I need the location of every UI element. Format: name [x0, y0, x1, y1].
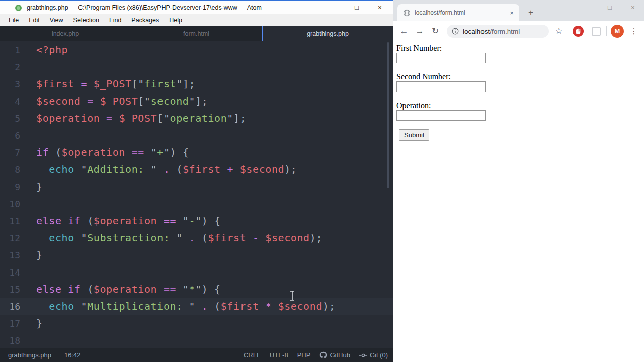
- line-number: 18: [0, 335, 20, 346]
- code-text: else if ($operation == "-") {: [20, 215, 221, 227]
- code-line-12[interactable]: 12 echo "Substraction: " . ($first - $se…: [0, 229, 393, 246]
- code-text: }: [20, 180, 43, 193]
- line-number: 12: [0, 233, 20, 243]
- line-number: 16: [0, 301, 20, 312]
- line-number: 3: [0, 79, 20, 89]
- status-encoding[interactable]: UTF-8: [270, 351, 288, 359]
- submit-button[interactable]: Submit: [399, 129, 429, 141]
- code-text: else if ($operation == "*") {: [20, 283, 221, 295]
- browser-menu-icon[interactable]: ⋮: [628, 21, 640, 41]
- code-line-14[interactable]: 14: [0, 263, 393, 281]
- code-text: $operation = $_POST["operation"];: [20, 112, 246, 124]
- form-label-operation: Operation:: [396, 101, 431, 110]
- minimize-icon[interactable]: —: [327, 1, 341, 14]
- second-number-input[interactable]: [396, 81, 486, 92]
- code-line-11[interactable]: 11else if ($operation == "-") {: [0, 212, 393, 229]
- browser-tab[interactable]: localhost/form.html ×: [397, 4, 519, 21]
- code-text: echo "Multiplication: " . ($first * $sec…: [20, 300, 335, 312]
- code-editor[interactable]: 1<?php23$first = $_POST["first"];4$secon…: [0, 41, 393, 348]
- menu-edit[interactable]: Edit: [24, 14, 45, 26]
- bookmark-star-icon[interactable]: ☆: [552, 21, 566, 41]
- editor-tabbar: index.phpform.htmlgrabthings.php: [0, 26, 393, 41]
- page-info-icon[interactable]: [452, 28, 459, 35]
- operation-input[interactable]: [396, 110, 486, 121]
- code-line-1[interactable]: 1<?php: [0, 41, 393, 58]
- code-line-13[interactable]: 13}: [0, 246, 393, 263]
- window-title: grabthings.php — C:\Program Files (x86)\…: [27, 4, 262, 11]
- code-line-3[interactable]: 3$first = $_POST["first"];: [0, 75, 393, 93]
- code-line-2[interactable]: 2: [0, 58, 393, 75]
- code-text: }: [20, 249, 43, 261]
- menu-view[interactable]: View: [45, 14, 68, 26]
- line-number: 4: [0, 96, 20, 107]
- git-commit-icon: [359, 353, 367, 358]
- atom-menubar: FileEditViewSelectionFindPackagesHelp: [0, 14, 393, 26]
- url-text[interactable]: localhost/form.html: [463, 28, 520, 35]
- code-line-10[interactable]: 10: [0, 195, 393, 212]
- status-language[interactable]: PHP: [297, 351, 311, 359]
- code-text: echo "Addition: " . ($first + $second);: [20, 163, 297, 175]
- menu-help[interactable]: Help: [164, 14, 187, 26]
- menu-selection[interactable]: Selection: [68, 14, 104, 26]
- code-line-4[interactable]: 4$second = $_POST["second"];: [0, 93, 393, 110]
- code-line-8[interactable]: 8 echo "Addition: " . ($first + $second)…: [0, 161, 393, 178]
- code-line-9[interactable]: 9}: [0, 178, 393, 195]
- globe-favicon-icon: [403, 9, 411, 17]
- browser-minimize-icon[interactable]: —: [580, 0, 594, 15]
- code-text: $second = $_POST["second"];: [20, 95, 208, 107]
- page-content: First Number: Second Number: Operation: …: [393, 41, 644, 362]
- code-line-17[interactable]: 17}: [0, 315, 393, 332]
- line-number: 2: [0, 62, 20, 72]
- status-filename[interactable]: grabthings.php: [8, 351, 51, 359]
- code-line-16[interactable]: 16 echo "Multiplication: " . ($first * $…: [0, 298, 393, 315]
- editor-scrollbar[interactable]: [387, 42, 389, 188]
- menu-packages[interactable]: Packages: [126, 14, 164, 26]
- editor-tab-index-php[interactable]: index.php: [0, 26, 131, 41]
- status-git[interactable]: Git (0): [359, 351, 388, 359]
- reload-button[interactable]: ↻: [428, 21, 443, 41]
- code-text: echo "Substraction: " . ($first - $secon…: [20, 232, 323, 244]
- browser-titlebar[interactable]: localhost/form.html × + — □ ×: [393, 0, 644, 21]
- browser-window: localhost/form.html × + — □ × ← → ↻ lo: [393, 0, 644, 362]
- tab-close-icon[interactable]: ×: [506, 9, 517, 17]
- code-line-18[interactable]: 18: [0, 332, 393, 348]
- screen: grabthings.php — C:\Program Files (x86)\…: [0, 0, 644, 362]
- browser-maximize-icon[interactable]: □: [603, 0, 617, 15]
- close-icon[interactable]: ×: [373, 1, 387, 14]
- code-line-15[interactable]: 15else if ($operation == "*") {: [0, 281, 393, 298]
- atom-titlebar[interactable]: grabthings.php — C:\Program Files (x86)\…: [0, 1, 393, 14]
- line-number: 9: [0, 182, 20, 192]
- forward-button[interactable]: →: [412, 21, 427, 41]
- browser-toolbar: ← → ↻ localhost/form.html ☆: [393, 21, 644, 41]
- status-cursor-position[interactable]: 16:42: [64, 351, 81, 359]
- status-github[interactable]: GitHub: [319, 351, 350, 359]
- status-line-ending[interactable]: CRLF: [244, 351, 261, 359]
- maximize-icon[interactable]: □: [350, 1, 364, 14]
- mouse-cursor-ibeam: [289, 290, 296, 301]
- back-button[interactable]: ←: [396, 21, 412, 41]
- line-number: 13: [0, 250, 20, 260]
- line-number: 14: [0, 267, 20, 278]
- code-line-6[interactable]: 6: [0, 127, 393, 144]
- code-line-7[interactable]: 7if ($operation == "+") {: [0, 144, 393, 161]
- line-number: 1: [0, 45, 20, 55]
- url-path: /form.html: [490, 28, 520, 35]
- code-text: $first = $_POST["first"];: [20, 78, 195, 90]
- editor-tab-grabthings-php[interactable]: grabthings.php: [262, 26, 393, 41]
- line-number: 6: [0, 130, 20, 141]
- menu-file[interactable]: File: [4, 14, 24, 26]
- code-line-5[interactable]: 5$operation = $_POST["operation"];: [0, 110, 393, 127]
- first-number-input[interactable]: [396, 53, 486, 63]
- extension-icon[interactable]: [592, 27, 601, 36]
- menu-find[interactable]: Find: [104, 14, 126, 26]
- editor-tab-form-html[interactable]: form.html: [131, 26, 262, 41]
- browser-tab-title: localhost/form.html: [415, 9, 506, 16]
- code-lines: 1<?php23$first = $_POST["first"];4$secon…: [0, 41, 393, 348]
- browser-close-icon[interactable]: ×: [626, 0, 640, 15]
- profile-avatar[interactable]: M: [611, 25, 624, 38]
- code-text: <?php: [20, 44, 68, 56]
- adblock-extension-icon[interactable]: [573, 26, 584, 37]
- line-number: 15: [0, 284, 20, 295]
- new-tab-button[interactable]: +: [524, 6, 537, 19]
- address-bar[interactable]: localhost/form.html: [447, 25, 549, 38]
